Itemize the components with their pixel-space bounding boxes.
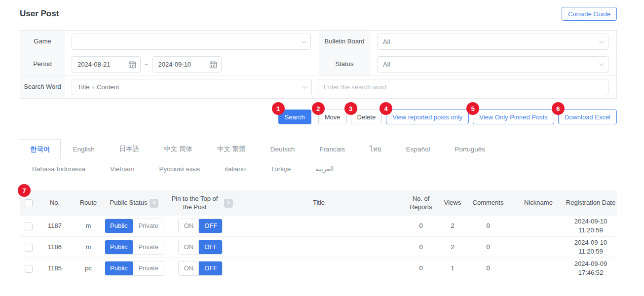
search-word-input[interactable] [318, 79, 608, 95]
tab-french[interactable]: Francais [307, 139, 357, 159]
pin-off-button[interactable]: OFF [198, 261, 223, 276]
language-tab-bar: 한국어 English 日本語 中文 简体 中文 繁體 Deutsch Fran… [20, 139, 563, 179]
cell-comments: 0 [464, 243, 512, 252]
pin-off-button[interactable]: OFF [198, 240, 223, 255]
status-select[interactable]: All [377, 56, 608, 73]
action-move: 2 Move [318, 110, 347, 124]
row-checkbox[interactable] [25, 222, 33, 230]
cell-comments: 0 [464, 264, 512, 273]
private-button[interactable]: Private [132, 261, 163, 275]
tab-vietnamese[interactable]: Vietnam [98, 159, 147, 179]
header-public-status: Public Status ? [105, 195, 164, 212]
period-from-date-input[interactable]: 2024-08-21 [72, 56, 141, 73]
table-header-row: No. Route Public Status ? Pin to the Top… [20, 190, 617, 216]
tab-turkish[interactable]: Türkçe [258, 159, 303, 179]
search-type-value: Title + Content [77, 83, 119, 91]
cell-reports: 0 [401, 243, 441, 252]
tab-korean[interactable]: 한국어 [20, 139, 61, 159]
tab-thai[interactable]: ไทย [357, 139, 394, 159]
cell-public-status: PublicPrivate [105, 261, 164, 276]
step-badge-1: 1 [272, 102, 285, 115]
pin-on-button[interactable]: ON [179, 240, 199, 254]
filter-row-search-word: Search Word Title + Content [20, 75, 616, 98]
tab-chinese-simplified[interactable]: 中文 简体 [152, 139, 205, 159]
row-checkbox[interactable] [25, 265, 33, 273]
cell-registration-date: 2024-09-10 11:20:59 [565, 238, 617, 256]
cell-pin: ONOFF [164, 219, 237, 233]
bulletin-board-field: All [370, 31, 616, 53]
tab-indonesian[interactable]: Bahasa Indonesia [20, 159, 98, 179]
status-label: Status [319, 53, 370, 75]
action-view-reported: 4 View reported posts only [386, 110, 469, 124]
pin-on-off-toggle: ONOFF [178, 219, 223, 233]
tab-english[interactable]: English [61, 139, 107, 159]
tab-italian[interactable]: italiano [212, 159, 258, 179]
search-type-select[interactable]: Title + Content [72, 79, 312, 95]
tab-german[interactable]: Deutsch [258, 139, 307, 159]
header-pin: Pin to the Top of the Post ? [164, 191, 237, 216]
row-checkbox-cell [20, 264, 38, 273]
header-comments: Comments [464, 195, 512, 211]
period-field: 2024-08-21 ~ 2024-09-10 [65, 53, 319, 75]
registration-date: 2024-09-10 [565, 217, 617, 226]
chevron-down-icon [303, 84, 307, 89]
help-icon[interactable]: ? [150, 199, 158, 208]
tab-chinese-traditional[interactable]: 中文 繁體 [205, 139, 258, 159]
cell-comments: 0 [464, 222, 512, 230]
header-checkbox-cell [20, 195, 38, 211]
help-icon[interactable]: ? [224, 199, 233, 208]
action-search: 1 Search [278, 110, 311, 124]
game-label: Game [20, 31, 65, 53]
header-nickname: Nickname [512, 195, 565, 211]
tab-arabic[interactable]: العربية [303, 159, 346, 179]
view-pinned-posts-button[interactable]: View Only Pinned Posts [473, 110, 554, 124]
private-button[interactable]: Private [132, 240, 163, 254]
cell-views: 1 [441, 264, 464, 273]
private-button[interactable]: Private [132, 219, 163, 233]
header-public-status-label: Public Status [110, 199, 148, 207]
pin-on-off-toggle: ONOFF [178, 240, 223, 255]
cell-route: m [72, 222, 105, 230]
public-button[interactable]: Public [105, 219, 133, 233]
cell-registration-date: 2024-09-10 11:20:59 [565, 217, 617, 234]
game-select[interactable] [72, 34, 311, 50]
registration-date: 2024-09-10 [565, 238, 617, 247]
step-badge-6: 6 [552, 102, 565, 115]
action-button-row: 1 Search 2 Move 3 Delete 4 View reported… [20, 110, 617, 124]
header-registration-date: Registration Date [565, 195, 617, 211]
pin-on-button[interactable]: ON [179, 219, 199, 233]
pin-on-button[interactable]: ON [179, 261, 199, 275]
cell-public-status: PublicPrivate [105, 240, 164, 255]
header-reports: No. of Reports [401, 191, 441, 216]
download-excel-button[interactable]: Download Excel [558, 110, 617, 124]
action-delete: 3 Delete [351, 110, 382, 124]
search-word-label: Search Word [20, 76, 65, 98]
public-private-toggle: PublicPrivate [105, 261, 164, 276]
chevron-down-icon [302, 38, 306, 43]
cell-no: 1186 [38, 243, 72, 252]
step-badge-4: 4 [379, 102, 392, 115]
cell-registration-date: 2024-09-09 17:46:52 [565, 259, 617, 277]
tab-russian[interactable]: Русский язык [147, 159, 212, 179]
cell-no: 1187 [38, 222, 72, 230]
row-checkbox[interactable] [25, 244, 33, 252]
view-reported-posts-button[interactable]: View reported posts only [386, 110, 469, 124]
public-button[interactable]: Public [105, 261, 133, 276]
header-views: Views [441, 195, 464, 211]
bulletin-board-select[interactable]: All [377, 34, 608, 50]
period-to-date-input[interactable]: 2024-09-10 [152, 56, 222, 73]
header-pin-label: Pin to the Top of the Post [168, 195, 222, 212]
cell-reports: 0 [401, 264, 441, 273]
tab-portuguese[interactable]: Português [443, 139, 498, 159]
header-title: Title [237, 195, 401, 211]
table-row: 1186 m PublicPrivate ONOFF 0 2 0 2024-09… [20, 237, 617, 258]
header-no: No. [38, 195, 72, 211]
period-to-value: 2024-09-10 [158, 61, 191, 68]
select-all-checkbox[interactable] [25, 199, 33, 207]
tab-spanish[interactable]: Español [394, 139, 443, 159]
bulletin-board-select-value: All [383, 38, 390, 45]
console-guide-button[interactable]: Console Guide [562, 7, 617, 21]
public-button[interactable]: Public [105, 240, 133, 255]
tab-japanese[interactable]: 日本語 [107, 139, 152, 159]
pin-off-button[interactable]: OFF [198, 219, 223, 233]
